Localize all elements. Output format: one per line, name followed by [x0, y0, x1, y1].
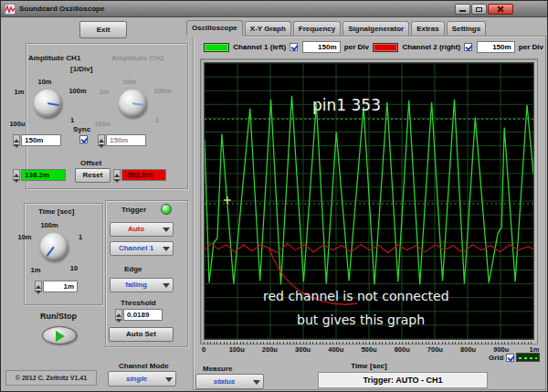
per-div-label: per Div	[344, 43, 369, 51]
chevron-down-icon	[163, 247, 170, 255]
channel-mode-dropdown[interactable]: single	[108, 371, 176, 387]
channel2-enable-checkbox[interactable]	[464, 43, 472, 51]
spinner-down-icon	[14, 144, 19, 151]
spinner-down-icon	[116, 319, 121, 325]
knob-needle	[132, 102, 144, 106]
amplitude-ch2-spinner[interactable]	[98, 134, 105, 146]
threshold-spinner[interactable]	[115, 309, 122, 321]
tab-signalgenerator[interactable]: Signalgenerator	[342, 21, 409, 36]
trigger-led-indicator	[161, 204, 172, 215]
amplitude-ch1-title: Amplitude CH1	[28, 54, 80, 62]
minimize-button[interactable]	[455, 4, 470, 15]
copyright-label: © 2012 C. Zeitnitz V1.41	[5, 370, 97, 386]
spinner-up-icon	[14, 171, 19, 177]
offset-ch1-spinner[interactable]	[13, 169, 20, 181]
x-tick-label: 100u	[229, 345, 245, 354]
trigger-edge-value: falling	[111, 279, 162, 291]
x-axis-tick-ruler	[204, 342, 534, 344]
tab-oscilloscope[interactable]: Oscilloscope	[186, 20, 243, 36]
exit-button[interactable]: Exit	[79, 21, 127, 38]
amplitude-ch1-value[interactable]: 150m	[21, 134, 61, 146]
knob-needle	[47, 102, 59, 106]
run-stop-button[interactable]	[42, 326, 77, 344]
amplitude-ch1-spinner[interactable]	[13, 134, 20, 146]
chevron-down-icon	[163, 283, 170, 291]
x-tick-label: 900u	[493, 345, 509, 354]
x-axis-tick-labels: 0100u200u300u400u500u600u700u800u900u1m	[204, 345, 534, 355]
x-tick-label: 400u	[328, 345, 343, 354]
tab-xy-graph[interactable]: X-Y Graph	[245, 21, 291, 36]
spinner-up-icon	[14, 136, 19, 143]
minimize-icon	[459, 10, 466, 12]
tab-strip: Oscilloscope X-Y Graph Frequency Signalg…	[186, 20, 488, 36]
channel-mode-label: Channel Mode	[119, 362, 169, 370]
amplitude-ch2-knob[interactable]	[119, 90, 146, 117]
channel1-color-swatch[interactable]	[204, 43, 229, 52]
channel1-label: Channel 1 (left)	[233, 43, 286, 51]
offset-reset-button[interactable]: Reset	[75, 168, 111, 183]
trigger-source-value: Channel 1	[111, 242, 162, 255]
close-button[interactable]	[488, 4, 513, 15]
x-tick-label: 0	[202, 345, 206, 354]
maximize-icon	[476, 7, 482, 12]
oscilloscope-plot[interactable]: pin1 353 red channel is not connected bu…	[204, 62, 534, 340]
channel2-per-div-value[interactable]: 150m	[477, 41, 515, 53]
time-value[interactable]: 1m	[43, 281, 78, 292]
trigger-mode-value: Auto	[111, 223, 162, 236]
auto-set-button[interactable]: Auto Set	[109, 327, 174, 342]
offset-ch2-value[interactable]: -502.0m	[121, 169, 166, 181]
tab-frequency[interactable]: Frequency	[293, 21, 341, 36]
grid-line-style-swatch[interactable]	[516, 353, 540, 362]
chevron-down-icon	[253, 380, 260, 388]
channel2-color-swatch[interactable]	[373, 43, 398, 52]
offset-ch1-value[interactable]: 138.2m	[21, 169, 66, 181]
per-div-label: per Div	[519, 43, 543, 51]
offset-ch2-spinner[interactable]	[113, 169, 121, 181]
sync-checkbox[interactable]	[79, 135, 88, 143]
x-tick-label: 700u	[427, 345, 443, 354]
threshold-value[interactable]: 0.0189	[123, 309, 163, 321]
amplitude-ch2-title: Amplitude CH2	[111, 54, 163, 62]
sync-label: Sync	[73, 125, 90, 133]
spinner-up-icon	[116, 311, 121, 317]
tab-extras[interactable]: Extras	[411, 21, 444, 36]
channel1-per-div-value[interactable]: 150m	[302, 41, 341, 53]
x-tick-label: 600u	[395, 345, 410, 354]
spinner-down-icon	[36, 291, 41, 297]
time-title: Time [sec]	[38, 207, 74, 216]
annotation-red-channel-2: but gives this graph	[297, 313, 425, 327]
tab-settings[interactable]: Settings	[447, 21, 487, 36]
amplitude-ch1-knob[interactable]	[34, 90, 61, 117]
window-title: Soundcard Oszilloscope	[19, 5, 104, 13]
knob-scale-label: 1m	[15, 88, 25, 96]
amplitude-unit-label: [1/Div]	[70, 65, 92, 73]
knob-scale-label: 10m	[122, 78, 136, 86]
channel-mode-value: single	[109, 372, 164, 386]
measure-dropdown[interactable]: status	[195, 374, 264, 389]
knob-scale-label: 1m	[100, 88, 110, 96]
knob-scale-label: 1	[155, 116, 159, 124]
trigger-title: Trigger	[121, 206, 146, 214]
time-knob[interactable]	[40, 233, 68, 260]
channel-legend: Channel 1 (left) 150m per Div Channel 2 …	[204, 40, 543, 54]
threshold-label: Threshold	[121, 299, 156, 307]
x-tick-label: 200u	[262, 345, 278, 354]
grid-checkbox[interactable]	[506, 354, 514, 362]
spinner-up-icon	[99, 136, 104, 143]
knob-scale-label: 10	[70, 264, 78, 272]
app-icon	[5, 4, 16, 15]
spinner-up-icon	[114, 171, 120, 177]
trigger-source-dropdown[interactable]: Channel 1	[110, 241, 174, 256]
amplitude-ch2-value[interactable]: 150m	[106, 134, 146, 146]
time-spinner[interactable]	[35, 281, 42, 292]
trigger-mode-dropdown[interactable]: Auto	[110, 222, 174, 237]
maximize-button[interactable]	[471, 4, 487, 15]
spinner-down-icon	[99, 144, 104, 151]
knob-scale-label: 1	[70, 116, 74, 124]
chevron-down-icon	[165, 377, 173, 386]
knob-scale-label: 100u	[94, 120, 110, 128]
measure-label: Measure	[203, 365, 232, 373]
channel1-enable-checkbox[interactable]	[290, 43, 298, 51]
knob-scale-label: 10m	[17, 233, 31, 241]
trigger-edge-dropdown[interactable]: falling	[110, 278, 174, 292]
